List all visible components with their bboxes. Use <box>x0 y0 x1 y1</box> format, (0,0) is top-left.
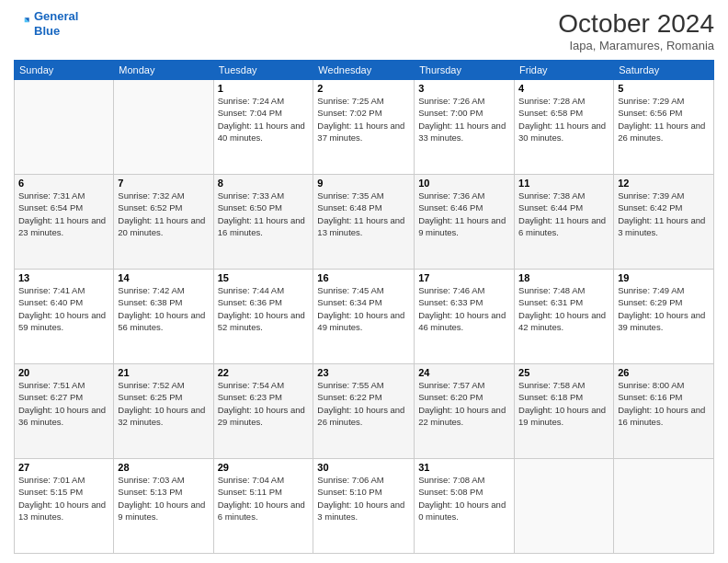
calendar-table: SundayMondayTuesdayWednesdayThursdayFrid… <box>14 60 714 554</box>
day-number: 13 <box>18 272 109 283</box>
day-number: 6 <box>18 178 109 189</box>
day-of-week-header: Sunday <box>15 61 114 80</box>
location: Iapa, Maramures, Romania <box>558 39 714 52</box>
day-number: 30 <box>317 462 410 473</box>
calendar-cell: 16Sunrise: 7:45 AMSunset: 6:34 PMDayligh… <box>313 270 415 364</box>
day-info: Sunrise: 7:03 AMSunset: 5:13 PMDaylight:… <box>118 474 209 523</box>
day-info: Sunrise: 7:55 AMSunset: 6:22 PMDaylight:… <box>317 379 410 428</box>
day-info: Sunrise: 7:38 AMSunset: 6:44 PMDaylight:… <box>518 190 609 238</box>
day-info: Sunrise: 7:44 AMSunset: 6:36 PMDaylight:… <box>218 284 310 333</box>
day-info: Sunrise: 7:26 AMSunset: 7:00 PMDaylight:… <box>418 95 510 144</box>
day-number: 25 <box>518 367 609 378</box>
day-info: Sunrise: 7:39 AMSunset: 6:42 PMDaylight:… <box>618 190 710 238</box>
day-info: Sunrise: 7:54 AMSunset: 6:23 PMDaylight:… <box>218 379 310 428</box>
day-info: Sunrise: 7:57 AMSunset: 6:20 PMDaylight:… <box>418 379 510 428</box>
calendar-cell: 25Sunrise: 7:58 AMSunset: 6:18 PMDayligh… <box>515 364 614 459</box>
calendar-cell: 8Sunrise: 7:33 AMSunset: 6:50 PMDaylight… <box>213 175 313 270</box>
calendar-cell: 5Sunrise: 7:29 AMSunset: 6:56 PMDaylight… <box>614 80 714 175</box>
day-number: 11 <box>518 178 609 189</box>
day-number: 8 <box>218 178 310 189</box>
calendar-week-row: 20Sunrise: 7:51 AMSunset: 6:27 PMDayligh… <box>15 364 714 459</box>
day-number: 16 <box>317 272 410 283</box>
calendar-cell: 30Sunrise: 7:06 AMSunset: 5:10 PMDayligh… <box>313 459 415 554</box>
day-number: 5 <box>618 83 710 94</box>
day-info: Sunrise: 7:33 AMSunset: 6:50 PMDaylight:… <box>218 190 310 238</box>
calendar-week-row: 13Sunrise: 7:41 AMSunset: 6:40 PMDayligh… <box>15 270 714 364</box>
calendar-cell: 1Sunrise: 7:24 AMSunset: 7:04 PMDaylight… <box>213 80 313 175</box>
day-number: 1 <box>218 83 310 94</box>
day-number: 4 <box>518 83 609 94</box>
day-of-week-header: Thursday <box>415 61 515 80</box>
calendar-week-row: 6Sunrise: 7:31 AMSunset: 6:54 PMDaylight… <box>15 175 714 270</box>
calendar-cell: 24Sunrise: 7:57 AMSunset: 6:20 PMDayligh… <box>415 364 515 459</box>
day-number: 21 <box>118 367 209 378</box>
calendar-cell <box>614 459 714 554</box>
header: General Blue October 2024 Iapa, Maramure… <box>14 9 714 52</box>
calendar-cell: 12Sunrise: 7:39 AMSunset: 6:42 PMDayligh… <box>614 175 714 270</box>
day-info: Sunrise: 7:29 AMSunset: 6:56 PMDaylight:… <box>618 95 710 144</box>
day-of-week-header: Friday <box>515 61 614 80</box>
calendar-cell: 13Sunrise: 7:41 AMSunset: 6:40 PMDayligh… <box>15 270 114 364</box>
calendar-cell: 11Sunrise: 7:38 AMSunset: 6:44 PMDayligh… <box>515 175 614 270</box>
calendar-cell: 6Sunrise: 7:31 AMSunset: 6:54 PMDaylight… <box>15 175 114 270</box>
calendar-cell: 27Sunrise: 7:01 AMSunset: 5:15 PMDayligh… <box>15 459 114 554</box>
page: General Blue October 2024 Iapa, Maramure… <box>0 0 728 563</box>
day-number: 15 <box>218 272 310 283</box>
calendar-cell <box>515 459 614 554</box>
day-info: Sunrise: 7:52 AMSunset: 6:25 PMDaylight:… <box>118 379 209 428</box>
day-info: Sunrise: 7:46 AMSunset: 6:33 PMDaylight:… <box>418 284 510 333</box>
calendar-cell: 21Sunrise: 7:52 AMSunset: 6:25 PMDayligh… <box>114 364 213 459</box>
logo-icon <box>14 15 32 33</box>
day-info: Sunrise: 7:31 AMSunset: 6:54 PMDaylight:… <box>18 190 109 238</box>
title-block: October 2024 Iapa, Maramures, Romania <box>558 9 714 52</box>
day-info: Sunrise: 7:35 AMSunset: 6:48 PMDaylight:… <box>317 190 410 238</box>
calendar-cell: 28Sunrise: 7:03 AMSunset: 5:13 PMDayligh… <box>114 459 213 554</box>
day-number: 31 <box>418 462 510 473</box>
logo: General Blue <box>14 9 78 38</box>
calendar-cell: 15Sunrise: 7:44 AMSunset: 6:36 PMDayligh… <box>213 270 313 364</box>
day-of-week-header: Saturday <box>614 61 714 80</box>
day-info: Sunrise: 7:32 AMSunset: 6:52 PMDaylight:… <box>118 190 209 238</box>
day-number: 23 <box>317 367 410 378</box>
day-info: Sunrise: 7:48 AMSunset: 6:31 PMDaylight:… <box>518 284 609 333</box>
day-info: Sunrise: 7:49 AMSunset: 6:29 PMDaylight:… <box>618 284 710 333</box>
calendar-cell: 7Sunrise: 7:32 AMSunset: 6:52 PMDaylight… <box>114 175 213 270</box>
calendar-week-row: 27Sunrise: 7:01 AMSunset: 5:15 PMDayligh… <box>15 459 714 554</box>
day-number: 17 <box>418 272 510 283</box>
day-number: 3 <box>418 83 510 94</box>
calendar-cell: 22Sunrise: 7:54 AMSunset: 6:23 PMDayligh… <box>213 364 313 459</box>
day-number: 22 <box>218 367 310 378</box>
day-number: 18 <box>518 272 609 283</box>
day-info: Sunrise: 7:04 AMSunset: 5:11 PMDaylight:… <box>218 474 310 523</box>
day-number: 10 <box>418 178 510 189</box>
logo-line1: General <box>34 9 78 23</box>
calendar-cell: 9Sunrise: 7:35 AMSunset: 6:48 PMDaylight… <box>313 175 415 270</box>
logo-text: General Blue <box>34 9 78 38</box>
day-info: Sunrise: 7:51 AMSunset: 6:27 PMDaylight:… <box>18 379 109 428</box>
month-year: October 2024 <box>558 9 714 39</box>
day-info: Sunrise: 7:28 AMSunset: 6:58 PMDaylight:… <box>518 95 609 144</box>
day-number: 29 <box>218 462 310 473</box>
day-info: Sunrise: 7:08 AMSunset: 5:08 PMDaylight:… <box>418 474 510 523</box>
day-number: 28 <box>118 462 209 473</box>
calendar-cell: 29Sunrise: 7:04 AMSunset: 5:11 PMDayligh… <box>213 459 313 554</box>
day-info: Sunrise: 7:24 AMSunset: 7:04 PMDaylight:… <box>218 95 310 144</box>
day-info: Sunrise: 7:42 AMSunset: 6:38 PMDaylight:… <box>118 284 209 333</box>
calendar-cell: 18Sunrise: 7:48 AMSunset: 6:31 PMDayligh… <box>515 270 614 364</box>
calendar-week-row: 1Sunrise: 7:24 AMSunset: 7:04 PMDaylight… <box>15 80 714 175</box>
calendar-cell: 20Sunrise: 7:51 AMSunset: 6:27 PMDayligh… <box>15 364 114 459</box>
day-number: 14 <box>118 272 209 283</box>
day-info: Sunrise: 7:58 AMSunset: 6:18 PMDaylight:… <box>518 379 609 428</box>
day-number: 24 <box>418 367 510 378</box>
calendar-cell <box>15 80 114 175</box>
day-number: 20 <box>18 367 109 378</box>
day-of-week-header: Wednesday <box>313 61 415 80</box>
day-info: Sunrise: 8:00 AMSunset: 6:16 PMDaylight:… <box>618 379 710 428</box>
day-info: Sunrise: 7:36 AMSunset: 6:46 PMDaylight:… <box>418 190 510 238</box>
calendar-cell: 2Sunrise: 7:25 AMSunset: 7:02 PMDaylight… <box>313 80 415 175</box>
day-of-week-header: Tuesday <box>213 61 313 80</box>
day-number: 9 <box>317 178 410 189</box>
calendar-cell: 17Sunrise: 7:46 AMSunset: 6:33 PMDayligh… <box>415 270 515 364</box>
calendar-cell: 26Sunrise: 8:00 AMSunset: 6:16 PMDayligh… <box>614 364 714 459</box>
day-info: Sunrise: 7:06 AMSunset: 5:10 PMDaylight:… <box>317 474 410 523</box>
